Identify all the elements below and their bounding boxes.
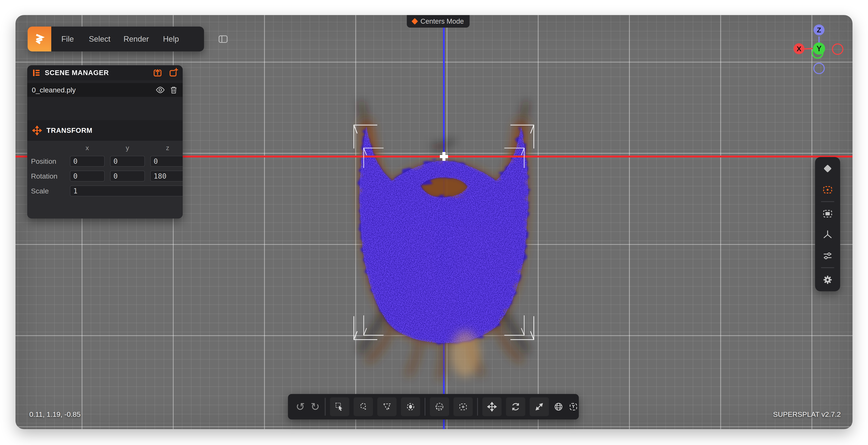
- menu-item-select[interactable]: Select: [89, 27, 111, 52]
- sphere-select-button[interactable]: [430, 397, 449, 416]
- globe-icon: [554, 402, 563, 412]
- view-axis-gizmo: Z X Y: [792, 22, 846, 75]
- divider: [325, 398, 326, 416]
- position-row: Position: [31, 156, 180, 167]
- divider: [821, 267, 834, 268]
- gizmo-x-handle[interactable]: X: [794, 43, 804, 54]
- panel-toggle-icon[interactable]: [218, 27, 228, 52]
- lasso-select-button[interactable]: [354, 397, 373, 416]
- redo-button[interactable]: ↻: [310, 397, 320, 416]
- scale-label: Scale: [31, 187, 64, 195]
- position-y-field[interactable]: [110, 156, 145, 167]
- rotation-row: Rotation: [31, 171, 180, 181]
- position-z-field[interactable]: [150, 156, 183, 167]
- show-origin-button[interactable]: [823, 225, 833, 244]
- redo-icon: ↻: [311, 401, 320, 413]
- position-x-field[interactable]: [70, 156, 105, 167]
- centers-mode-button[interactable]: [823, 180, 833, 199]
- rotate-tool-icon: [511, 402, 520, 412]
- trash-icon[interactable]: [169, 85, 178, 94]
- world-local-toggle-button[interactable]: [553, 397, 564, 416]
- scene-manager-panel: SCENE MANAGER 0_cleaned.ply: [27, 65, 183, 218]
- divider: [477, 398, 478, 416]
- scene-manager-title: SCENE MANAGER: [45, 69, 149, 77]
- centers-mode-badge: Centers Mode: [407, 15, 470, 28]
- brush-select-button[interactable]: [401, 397, 420, 416]
- supersplat-logo-icon[interactable]: [28, 27, 51, 52]
- rotate-tool-button[interactable]: [506, 397, 525, 416]
- move-tool-icon: [487, 402, 497, 412]
- supersplat-window: File Select Render Help Centers Mode: [0, 0, 868, 445]
- mode-badge-label: Centers Mode: [421, 18, 464, 25]
- import-file-icon[interactable]: [153, 68, 163, 78]
- move-tool-button[interactable]: [482, 397, 502, 416]
- camera-coordinates: 0.11, 1.19, -0.85: [29, 410, 81, 418]
- transform-body: x y z Position Rotation Scale: [27, 141, 183, 218]
- frame-selection-button[interactable]: [823, 204, 833, 223]
- rotation-label: Rotation: [31, 172, 64, 180]
- frame-selection-icon: [823, 208, 833, 219]
- eye-icon[interactable]: [155, 85, 165, 95]
- scale-tool-icon: [534, 402, 544, 412]
- column-y: y: [110, 144, 145, 152]
- rotation-z-field[interactable]: [150, 171, 183, 181]
- picker-select-icon: [335, 402, 344, 412]
- column-z: z: [150, 144, 183, 152]
- scene-manager-header: SCENE MANAGER: [27, 65, 183, 80]
- position-label: Position: [31, 157, 64, 165]
- undo-button[interactable]: ↺: [295, 397, 306, 416]
- scale-tool-button[interactable]: [530, 397, 549, 416]
- picker-select-button[interactable]: [330, 397, 349, 416]
- diamond-icon: [412, 18, 418, 25]
- brush-select-icon: [406, 402, 415, 412]
- svg-text:X: X: [797, 45, 802, 53]
- transform-header: TRANSFORM: [27, 120, 183, 141]
- lasso-select-icon: [359, 402, 368, 412]
- pivot-toggle-button[interactable]: [568, 397, 579, 416]
- centers-icon: [823, 184, 833, 195]
- origin-marker[interactable]: [440, 152, 448, 161]
- polygon-select-icon: [382, 402, 392, 412]
- new-document-icon[interactable]: [168, 68, 178, 78]
- sphere-select-icon: [435, 402, 444, 412]
- file-row[interactable]: 0_cleaned.ply: [27, 83, 183, 97]
- rotation-y-field[interactable]: [110, 171, 145, 181]
- svg-text:Z: Z: [817, 26, 822, 34]
- gizmo-neg-z-handle[interactable]: [814, 63, 824, 74]
- menu-item-render[interactable]: Render: [123, 27, 149, 52]
- view-options-button[interactable]: [823, 246, 833, 265]
- svg-text:Y: Y: [816, 44, 822, 53]
- right-toolbar: [815, 157, 840, 291]
- gizmo-neg-x-handle[interactable]: [832, 44, 843, 55]
- diamond-icon: [823, 164, 832, 173]
- undo-icon: ↺: [296, 401, 305, 413]
- menu-item-file[interactable]: File: [61, 27, 74, 52]
- gizmo-z-handle[interactable]: Z: [814, 25, 825, 35]
- divider: [821, 201, 834, 202]
- scene-list-empty: [27, 97, 183, 120]
- box-select-button[interactable]: [454, 397, 473, 416]
- menu-item-help[interactable]: Help: [163, 27, 179, 52]
- file-name: 0_cleaned.ply: [32, 86, 151, 94]
- column-header-row: x y z: [31, 144, 180, 152]
- rotation-x-field[interactable]: [70, 171, 105, 181]
- version-label: SUPERSPLAT v2.7.2: [773, 410, 841, 418]
- scale-row: Scale: [31, 185, 180, 196]
- sliders-icon: [823, 250, 833, 261]
- settings-button[interactable]: [823, 270, 833, 289]
- scene-list-icon: [32, 68, 41, 77]
- box-select-icon: [458, 402, 468, 412]
- pivot-icon: [568, 402, 578, 412]
- tripod-icon: [823, 230, 833, 240]
- gizmo-y-handle[interactable]: Y: [813, 42, 825, 55]
- menu-bar: File Select Render Help: [28, 27, 204, 52]
- splat-mode-button[interactable]: [823, 159, 833, 178]
- transform-title: TRANSFORM: [46, 127, 178, 134]
- bottom-toolbar: ↺ ↻: [288, 394, 579, 419]
- move-icon: [32, 126, 42, 135]
- divider: [425, 398, 426, 416]
- polygon-select-button[interactable]: [377, 397, 397, 416]
- column-x: x: [70, 144, 105, 152]
- gear-icon: [823, 275, 833, 285]
- scale-field[interactable]: [70, 185, 183, 196]
